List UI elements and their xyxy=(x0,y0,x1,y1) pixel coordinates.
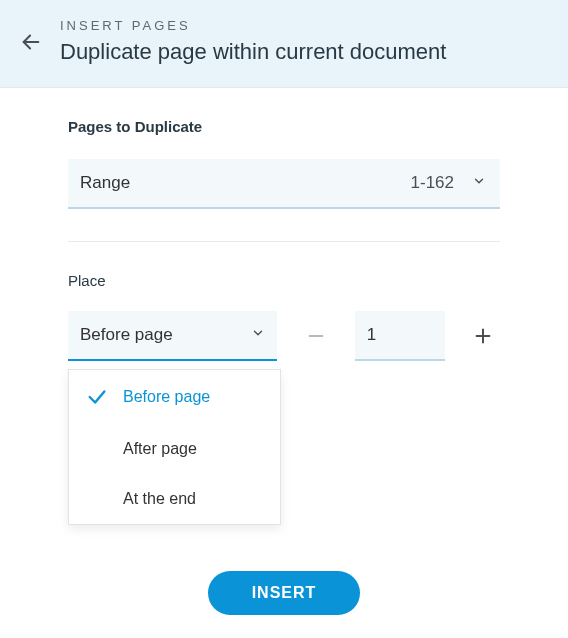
breadcrumb: INSERT PAGES xyxy=(60,18,446,33)
dropdown-option-label: At the end xyxy=(123,490,196,508)
place-label: Place xyxy=(68,272,500,289)
range-value: 1-162 xyxy=(411,173,454,193)
dropdown-option-label: After page xyxy=(123,440,197,458)
place-dropdown: Before page After page At the end xyxy=(68,369,281,525)
header-text-group: INSERT PAGES Duplicate page within curre… xyxy=(60,18,446,65)
dialog-header: INSERT PAGES Duplicate page within curre… xyxy=(0,0,568,88)
page-title: Duplicate page within current document xyxy=(60,39,446,65)
place-selected-label: Before page xyxy=(80,325,173,345)
place-select[interactable]: Before page xyxy=(68,311,277,361)
back-arrow-icon[interactable] xyxy=(20,31,42,53)
dropdown-option-label: Before page xyxy=(123,388,210,406)
check-icon xyxy=(85,386,109,408)
dropdown-option-after-page[interactable]: After page xyxy=(69,424,280,474)
place-row: Before page xyxy=(68,311,500,361)
pages-to-duplicate-label: Pages to Duplicate xyxy=(68,118,500,135)
chevron-down-icon xyxy=(472,173,486,193)
dropdown-option-before-page[interactable]: Before page xyxy=(69,370,280,424)
dialog-content: Pages to Duplicate Range 1-162 Place Bef… xyxy=(0,88,568,615)
increment-button[interactable] xyxy=(467,319,500,353)
page-number-input[interactable] xyxy=(355,311,445,361)
chevron-down-icon xyxy=(251,326,265,344)
section-divider xyxy=(68,241,500,242)
action-row: INSERT xyxy=(68,571,500,615)
dropdown-option-at-the-end[interactable]: At the end xyxy=(69,474,280,524)
range-select[interactable]: Range 1-162 xyxy=(68,159,500,209)
decrement-button[interactable] xyxy=(299,319,332,353)
insert-button[interactable]: INSERT xyxy=(208,571,361,615)
range-mode-label: Range xyxy=(80,173,130,193)
